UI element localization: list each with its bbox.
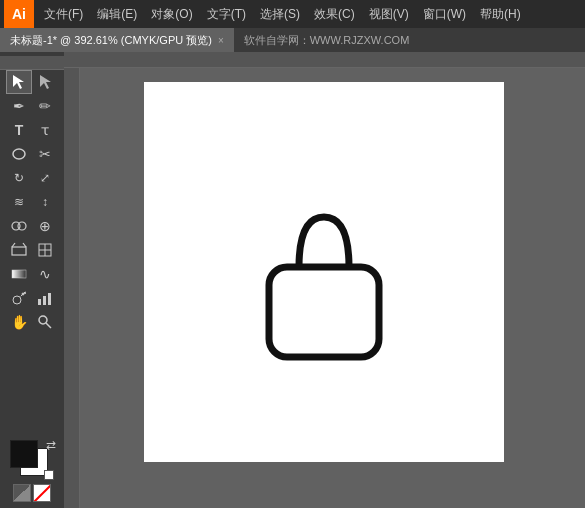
svg-line-7 — [23, 243, 26, 247]
live-paint-tool[interactable]: ⊕ — [32, 214, 58, 238]
svg-marker-0 — [13, 75, 24, 89]
perspective-tool[interactable] — [6, 238, 32, 262]
menu-text[interactable]: 文字(T) — [201, 2, 252, 27]
touch-type-tool[interactable]: ꚍ — [32, 118, 58, 142]
svg-point-14 — [24, 292, 25, 293]
svg-line-19 — [46, 323, 51, 328]
ai-logo: Ai — [4, 0, 34, 28]
gradient-tool[interactable] — [6, 262, 32, 286]
toolbar: ✒ ✏ T ꚍ ✂ ↻ ⤢ ≋ ↕ ⊕ — [0, 52, 64, 508]
select-tool[interactable] — [6, 70, 32, 94]
column-graph-tool[interactable] — [32, 286, 58, 310]
menu-view[interactable]: 视图(V) — [363, 2, 415, 27]
tool-row-10 — [0, 286, 64, 310]
ruler-top — [64, 52, 585, 68]
svg-rect-11 — [12, 270, 26, 278]
tool-row-7: ⊕ — [0, 214, 64, 238]
svg-rect-5 — [12, 247, 26, 255]
tool-row-4: ✂ — [0, 142, 64, 166]
menu-file[interactable]: 文件(F) — [38, 2, 89, 27]
width-tool[interactable]: ↕ — [32, 190, 58, 214]
warp-tool[interactable]: ≋ — [6, 190, 32, 214]
tab-active[interactable]: 未标题-1* @ 392.61% (CMYK/GPU 预览) × — [0, 28, 234, 52]
swatch-stack: ⇄ — [10, 440, 54, 480]
bottom-swatches — [13, 484, 51, 502]
svg-point-4 — [18, 222, 26, 230]
tool-row-3: T ꚍ — [0, 118, 64, 142]
svg-rect-16 — [43, 296, 46, 305]
direct-select-tool[interactable] — [32, 70, 58, 94]
tab-label: 未标题-1* @ 392.61% (CMYK/GPU 预览) — [10, 33, 212, 48]
zoom-tool[interactable] — [32, 310, 58, 334]
color-mode-icon[interactable] — [13, 484, 31, 502]
ellipse-tool[interactable] — [6, 142, 32, 166]
swap-colors-icon[interactable]: ⇄ — [46, 438, 56, 452]
none-fill-icon[interactable] — [33, 484, 51, 502]
menu-object[interactable]: 对象(O) — [145, 2, 198, 27]
tool-row-2: ✒ ✏ — [0, 94, 64, 118]
tool-row-6: ≋ ↕ — [0, 190, 64, 214]
svg-rect-17 — [48, 293, 51, 305]
hand-tool[interactable]: ✋ — [6, 310, 32, 334]
ruler-left — [64, 68, 80, 508]
tab-close-button[interactable]: × — [218, 35, 224, 46]
pencil-tool[interactable]: ✏ — [32, 94, 58, 118]
bag-illustration — [224, 172, 424, 372]
symbol-sprayer-tool[interactable] — [6, 286, 32, 310]
pen-tool[interactable]: ✒ — [6, 94, 32, 118]
tool-row-9: ∿ — [0, 262, 64, 286]
menu-window[interactable]: 窗口(W) — [417, 2, 472, 27]
svg-rect-20 — [269, 267, 379, 357]
scale-tool[interactable]: ⤢ — [32, 166, 58, 190]
mesh-tool[interactable] — [32, 238, 58, 262]
scissors-tool[interactable]: ✂ — [32, 142, 58, 166]
svg-point-2 — [13, 149, 25, 159]
tool-row-5: ↻ ⤢ — [0, 166, 64, 190]
svg-line-6 — [12, 243, 15, 247]
color-section: ⇄ — [10, 440, 54, 508]
svg-point-18 — [39, 316, 47, 324]
tab-info: 软件自学网：WWW.RJZXW.COM — [234, 28, 585, 52]
menu-edit[interactable]: 编辑(E) — [91, 2, 143, 27]
svg-marker-1 — [40, 75, 51, 89]
reset-colors-icon[interactable] — [44, 470, 54, 480]
blend-tool[interactable]: ∿ — [32, 262, 58, 286]
tool-row-8 — [0, 238, 64, 262]
main-layout: ✒ ✏ T ꚍ ✂ ↻ ⤢ ≋ ↕ ⊕ — [0, 52, 585, 508]
rotate-tool[interactable]: ↻ — [6, 166, 32, 190]
menu-bar: 文件(F) 编辑(E) 对象(O) 文字(T) 选择(S) 效果(C) 视图(V… — [38, 2, 527, 27]
svg-rect-15 — [38, 299, 41, 305]
type-tool[interactable]: T — [6, 118, 32, 142]
canvas-area — [64, 52, 585, 508]
tab-bar: 未标题-1* @ 392.61% (CMYK/GPU 预览) × 软件自学网：W… — [0, 28, 585, 52]
foreground-color-swatch[interactable] — [10, 440, 38, 468]
menu-help[interactable]: 帮助(H) — [474, 2, 527, 27]
svg-point-13 — [22, 293, 24, 295]
menu-effect[interactable]: 效果(C) — [308, 2, 361, 27]
tool-row-11: ✋ — [0, 310, 64, 334]
svg-point-12 — [13, 296, 21, 304]
ruler-corner — [0, 56, 64, 70]
title-bar: Ai 文件(F) 编辑(E) 对象(O) 文字(T) 选择(S) 效果(C) 视… — [0, 0, 585, 28]
tool-row-1 — [0, 70, 64, 94]
artboard — [144, 82, 504, 462]
menu-select[interactable]: 选择(S) — [254, 2, 306, 27]
shape-builder-tool[interactable] — [6, 214, 32, 238]
